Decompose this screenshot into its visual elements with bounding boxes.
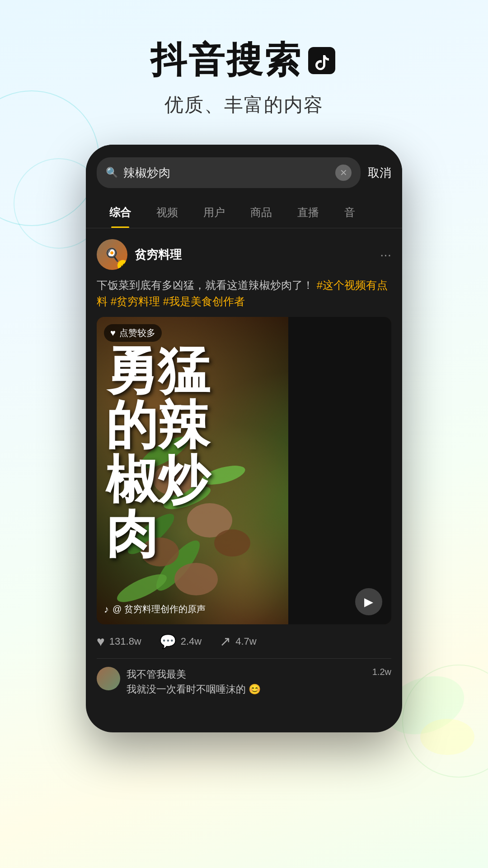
like-count-item[interactable]: ♥ 131.8w — [97, 634, 141, 649]
video-overlay-text: 勇猛的辣椒炒肉 — [106, 344, 210, 562]
commenter-avatar — [97, 667, 120, 690]
video-thumbnail[interactable]: ♥ 点赞较多 勇猛的辣椒炒肉 ♪ @ 贫穷料理创作的原声 ▶ — [97, 317, 391, 624]
comment-icon: 💬 — [160, 633, 176, 649]
play-icon: ▶ — [364, 595, 373, 609]
video-text-overlay: 勇猛的辣椒炒肉 — [97, 317, 391, 624]
clear-icon: ✕ — [340, 167, 347, 178]
sound-text: @ 贫穷料理创作的原声 — [113, 603, 206, 615]
search-input-box[interactable]: 🔍 辣椒炒肉 ✕ — [97, 157, 361, 188]
header-section: 抖音搜索 优质、丰富的内容 — [0, 0, 488, 118]
search-tabs: 综合 视频 用户 商品 直播 音 — [86, 197, 402, 228]
more-options-icon[interactable]: ··· — [380, 247, 391, 262]
search-cancel-button[interactable]: 取消 — [368, 165, 391, 181]
tab-用户[interactable]: 用户 — [191, 197, 238, 228]
app-subtitle: 优质、丰富的内容 — [0, 92, 488, 118]
comment-preview-row: 我不管我最美 我就没一次看时不咽唾沫的 😊 1.2w — [97, 659, 391, 705]
comment-count-item[interactable]: 💬 2.4w — [160, 633, 202, 649]
comment-reply-count: 1.2w — [372, 667, 391, 677]
tab-直播[interactable]: 直播 — [285, 197, 332, 228]
tab-视频[interactable]: 视频 — [144, 197, 191, 228]
tiktok-mini-icon: ♪ — [104, 604, 109, 615]
play-button[interactable]: ▶ — [355, 588, 382, 615]
search-query-text: 辣椒炒肉 — [123, 165, 330, 181]
app-title: 抖音搜索 — [0, 36, 488, 85]
content-area: 🍳 ✓ 贫穷料理 ··· 下饭菜到底有多凶猛，就看这道辣椒炒肉了！ #这个视频有… — [86, 228, 402, 705]
search-bar-area: 🔍 辣椒炒肉 ✕ 取消 — [86, 145, 402, 197]
like-count: 131.8w — [109, 636, 141, 647]
tab-综合[interactable]: 综合 — [97, 197, 144, 228]
share-icon: ↗ — [220, 633, 231, 649]
post-normal-text: 下饭菜到底有多凶猛，就看这道辣椒炒肉了！ — [97, 279, 314, 291]
sound-info-row: ♪ @ 贫穷料理创作的原声 — [104, 603, 206, 615]
username-label[interactable]: 贫穷料理 — [135, 247, 182, 263]
phone-mockup: 🔍 辣椒炒肉 ✕ 取消 综合 视频 用户 商品 直播 — [86, 145, 402, 732]
tiktok-logo-icon — [306, 45, 338, 76]
tab-音乐[interactable]: 音 — [332, 197, 368, 228]
post-text: 下饭菜到底有多凶猛，就看这道辣椒炒肉了！ #这个视频有点料 #贫穷料理 #我是美… — [97, 277, 391, 310]
app-title-text: 抖音搜索 — [150, 36, 302, 85]
verified-badge-icon: ✓ — [117, 260, 127, 270]
interaction-row: ♥ 131.8w 💬 2.4w ↗ 4.7w — [97, 624, 391, 659]
search-icon: 🔍 — [106, 167, 118, 179]
post-user-row: 🍳 ✓ 贫穷料理 ··· — [97, 239, 391, 270]
commenter-name: 我不管我最美 — [127, 667, 366, 682]
phone-mockup-wrapper: 🔍 辣椒炒肉 ✕ 取消 综合 视频 用户 商品 直播 — [0, 145, 488, 732]
user-avatar: 🍳 ✓ — [97, 239, 127, 270]
like-icon: ♥ — [97, 634, 105, 649]
comment-body: 我就没一次看时不咽唾沫的 😊 — [127, 682, 366, 697]
comment-content: 我不管我最美 我就没一次看时不咽唾沫的 😊 — [127, 667, 366, 697]
comment-count-label: 2.4w — [181, 636, 202, 647]
share-count-item[interactable]: ↗ 4.7w — [220, 633, 256, 649]
tab-商品[interactable]: 商品 — [238, 197, 285, 228]
search-clear-button[interactable]: ✕ — [335, 165, 352, 181]
share-count: 4.7w — [235, 636, 256, 647]
